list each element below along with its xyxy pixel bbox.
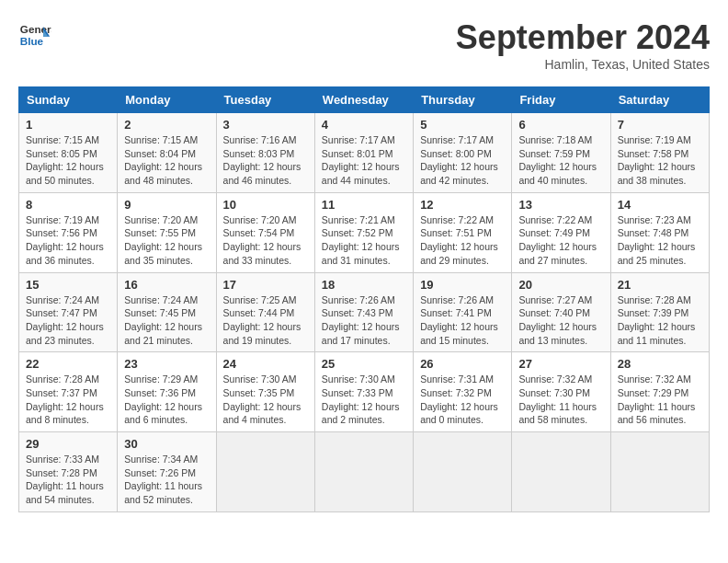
day-number: 23 [124,357,209,371]
logo-icon: General Blue [18,18,51,52]
day-number: 15 [26,278,110,292]
day-number: 11 [322,198,406,212]
day-number: 22 [26,357,110,371]
day-number: 25 [322,357,406,371]
day-number: 2 [124,118,209,132]
day-info: Sunrise: 7:18 AM Sunset: 7:59 PM Dayligh… [518,133,603,188]
calendar: SundayMondayTuesdayWednesdayThursdayFrid… [18,86,710,512]
day-info: Sunrise: 7:19 AM Sunset: 7:58 PM Dayligh… [618,133,702,188]
week-row-4: 22Sunrise: 7:28 AM Sunset: 7:37 PM Dayli… [19,352,710,432]
day-cell [610,432,709,512]
month-title: September 2024 [456,18,710,57]
day-cell: 14Sunrise: 7:23 AM Sunset: 7:48 PM Dayli… [610,192,709,272]
day-info: Sunrise: 7:24 AM Sunset: 7:47 PM Dayligh… [26,293,110,348]
day-cell: 18Sunrise: 7:26 AM Sunset: 7:43 PM Dayli… [314,272,413,352]
day-info: Sunrise: 7:22 AM Sunset: 7:51 PM Dayligh… [420,213,505,268]
day-number: 18 [322,278,406,292]
day-number: 20 [518,278,603,292]
day-number: 8 [26,198,110,212]
day-info: Sunrise: 7:30 AM Sunset: 7:33 PM Dayligh… [322,373,406,427]
day-info: Sunrise: 7:26 AM Sunset: 7:43 PM Dayligh… [322,293,406,348]
day-cell: 19Sunrise: 7:26 AM Sunset: 7:41 PM Dayli… [414,272,512,352]
day-number: 12 [420,198,505,212]
day-cell: 6Sunrise: 7:18 AM Sunset: 7:59 PM Daylig… [512,113,610,193]
day-cell: 17Sunrise: 7:25 AM Sunset: 7:44 PM Dayli… [216,272,314,352]
day-cell: 27Sunrise: 7:32 AM Sunset: 7:30 PM Dayli… [512,352,610,432]
day-cell: 30Sunrise: 7:34 AM Sunset: 7:26 PM Dayli… [118,432,216,512]
day-info: Sunrise: 7:28 AM Sunset: 7:37 PM Dayligh… [26,373,110,427]
header-sunday: Sunday [19,87,118,113]
day-number: 10 [223,198,308,212]
day-number: 9 [124,198,209,212]
day-cell: 16Sunrise: 7:24 AM Sunset: 7:45 PM Dayli… [118,272,216,352]
day-number: 30 [124,437,209,451]
day-number: 21 [618,278,702,292]
header: General Blue September 2024 Hamlin, Texa… [18,18,710,72]
day-info: Sunrise: 7:30 AM Sunset: 7:35 PM Dayligh… [223,373,308,427]
day-info: Sunrise: 7:25 AM Sunset: 7:44 PM Dayligh… [223,293,308,348]
day-number: 16 [124,278,209,292]
day-number: 24 [223,357,308,371]
title-area: September 2024 Hamlin, Texas, United Sta… [456,18,710,72]
day-info: Sunrise: 7:15 AM Sunset: 8:04 PM Dayligh… [124,133,209,188]
day-info: Sunrise: 7:16 AM Sunset: 8:03 PM Dayligh… [223,133,308,188]
day-info: Sunrise: 7:29 AM Sunset: 7:36 PM Dayligh… [124,373,209,427]
day-cell: 1Sunrise: 7:15 AM Sunset: 8:05 PM Daylig… [19,113,118,193]
day-cell: 22Sunrise: 7:28 AM Sunset: 7:37 PM Dayli… [19,352,118,432]
day-number: 1 [26,118,110,132]
day-info: Sunrise: 7:20 AM Sunset: 7:55 PM Dayligh… [124,213,209,268]
day-number: 6 [518,118,603,132]
day-cell: 28Sunrise: 7:32 AM Sunset: 7:29 PM Dayli… [610,352,709,432]
day-cell: 3Sunrise: 7:16 AM Sunset: 8:03 PM Daylig… [216,113,314,193]
day-info: Sunrise: 7:24 AM Sunset: 7:45 PM Dayligh… [124,293,209,348]
logo: General Blue [18,18,51,52]
day-info: Sunrise: 7:19 AM Sunset: 7:56 PM Dayligh… [26,213,110,268]
day-number: 3 [223,118,308,132]
day-cell: 26Sunrise: 7:31 AM Sunset: 7:32 PM Dayli… [414,352,512,432]
day-cell: 2Sunrise: 7:15 AM Sunset: 8:04 PM Daylig… [118,113,216,193]
day-info: Sunrise: 7:33 AM Sunset: 7:28 PM Dayligh… [26,453,110,507]
day-info: Sunrise: 7:32 AM Sunset: 7:30 PM Dayligh… [518,373,603,427]
day-info: Sunrise: 7:23 AM Sunset: 7:48 PM Dayligh… [618,213,702,268]
day-info: Sunrise: 7:27 AM Sunset: 7:40 PM Dayligh… [518,293,603,348]
day-info: Sunrise: 7:26 AM Sunset: 7:41 PM Dayligh… [420,293,505,348]
day-cell: 9Sunrise: 7:20 AM Sunset: 7:55 PM Daylig… [118,192,216,272]
day-info: Sunrise: 7:17 AM Sunset: 8:00 PM Dayligh… [420,133,505,188]
week-row-3: 15Sunrise: 7:24 AM Sunset: 7:47 PM Dayli… [19,272,710,352]
week-row-5: 29Sunrise: 7:33 AM Sunset: 7:28 PM Dayli… [19,432,710,512]
week-row-2: 8Sunrise: 7:19 AM Sunset: 7:56 PM Daylig… [19,192,710,272]
day-cell: 23Sunrise: 7:29 AM Sunset: 7:36 PM Dayli… [118,352,216,432]
day-cell: 8Sunrise: 7:19 AM Sunset: 7:56 PM Daylig… [19,192,118,272]
day-info: Sunrise: 7:32 AM Sunset: 7:29 PM Dayligh… [618,373,702,427]
week-row-1: 1Sunrise: 7:15 AM Sunset: 8:05 PM Daylig… [19,113,710,193]
day-cell [414,432,512,512]
day-info: Sunrise: 7:22 AM Sunset: 7:49 PM Dayligh… [518,213,603,268]
day-info: Sunrise: 7:31 AM Sunset: 7:32 PM Dayligh… [420,373,505,427]
day-cell: 5Sunrise: 7:17 AM Sunset: 8:00 PM Daylig… [414,113,512,193]
header-friday: Friday [512,87,610,113]
day-cell: 13Sunrise: 7:22 AM Sunset: 7:49 PM Dayli… [512,192,610,272]
day-info: Sunrise: 7:17 AM Sunset: 8:01 PM Dayligh… [322,133,406,188]
day-number: 13 [518,198,603,212]
day-info: Sunrise: 7:21 AM Sunset: 7:52 PM Dayligh… [322,213,406,268]
day-cell [314,432,413,512]
day-number: 27 [518,357,603,371]
header-tuesday: Tuesday [216,87,314,113]
day-info: Sunrise: 7:20 AM Sunset: 7:54 PM Dayligh… [223,213,308,268]
day-cell: 10Sunrise: 7:20 AM Sunset: 7:54 PM Dayli… [216,192,314,272]
day-number: 17 [223,278,308,292]
day-number: 29 [26,437,110,451]
day-info: Sunrise: 7:34 AM Sunset: 7:26 PM Dayligh… [124,453,209,507]
svg-text:Blue: Blue [20,35,44,47]
header-wednesday: Wednesday [314,87,413,113]
day-cell [512,432,610,512]
day-cell: 15Sunrise: 7:24 AM Sunset: 7:47 PM Dayli… [19,272,118,352]
header-monday: Monday [118,87,216,113]
day-number: 14 [618,198,702,212]
day-cell: 12Sunrise: 7:22 AM Sunset: 7:51 PM Dayli… [414,192,512,272]
header-saturday: Saturday [610,87,709,113]
day-cell [216,432,314,512]
day-number: 19 [420,278,505,292]
day-number: 28 [618,357,702,371]
day-cell: 7Sunrise: 7:19 AM Sunset: 7:58 PM Daylig… [610,113,709,193]
